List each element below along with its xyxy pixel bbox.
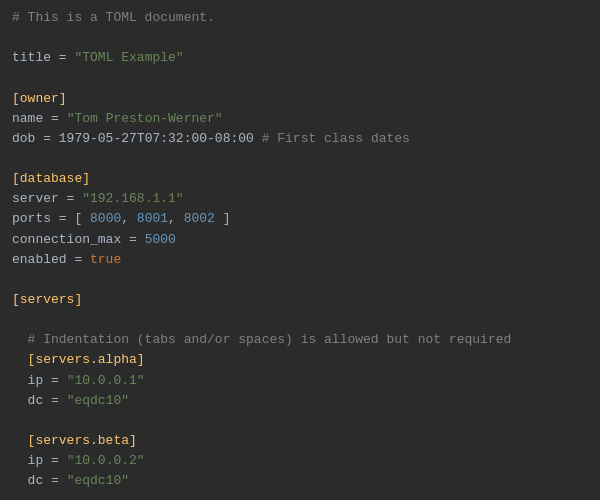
code-line — [12, 491, 588, 500]
code-line: [database] — [12, 169, 588, 189]
code-line: [owner] — [12, 89, 588, 109]
code-line — [12, 310, 588, 330]
code-line: ip = "10.0.0.2" — [12, 451, 588, 471]
code-line — [12, 270, 588, 290]
code-line: title = "TOML Example" — [12, 48, 588, 68]
code-line — [12, 411, 588, 431]
code-line: # This is a TOML document. — [12, 8, 588, 28]
code-line: ip = "10.0.0.1" — [12, 371, 588, 391]
code-line: [servers] — [12, 290, 588, 310]
code-line: ports = [ 8000, 8001, 8002 ] — [12, 209, 588, 229]
code-line: dob = 1979-05-27T07:32:00-08:00 # First … — [12, 129, 588, 149]
code-line: dc = "eqdc10" — [12, 471, 588, 491]
code-line: dc = "eqdc10" — [12, 391, 588, 411]
code-line: server = "192.168.1.1" — [12, 189, 588, 209]
code-line: [servers.alpha] — [12, 350, 588, 370]
code-line: name = "Tom Preston-Werner" — [12, 109, 588, 129]
code-line: enabled = true — [12, 250, 588, 270]
code-line — [12, 68, 588, 88]
code-line — [12, 149, 588, 169]
code-line: # Indentation (tabs and/or spaces) is al… — [12, 330, 588, 350]
code-editor: # This is a TOML document. title = "TOML… — [0, 0, 600, 500]
code-line: [servers.beta] — [12, 431, 588, 451]
code-line: connection_max = 5000 — [12, 230, 588, 250]
code-line — [12, 28, 588, 48]
